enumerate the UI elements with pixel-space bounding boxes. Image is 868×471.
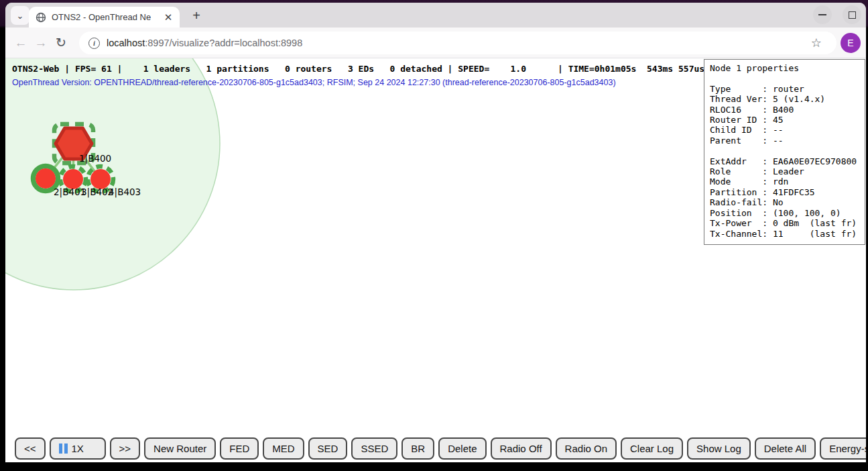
openthread-version-line[interactable]: OpenThread Version: OPENTHREAD/thread-re… [12, 78, 616, 87]
panel-line: Tx-Power : 0 dBm (last fr) [710, 218, 859, 228]
new-router-button-label: New Router [153, 443, 206, 454]
panel-line: Mode : rdn [710, 176, 859, 187]
delete-all-button-label: Delete All [764, 443, 806, 454]
radio-off-button-label: Radio Off [500, 443, 542, 454]
radio-on-button-label: Radio On [565, 443, 607, 454]
clear-log-button[interactable]: Clear Log [621, 437, 683, 460]
reload-icon[interactable]: ↻ [51, 35, 71, 50]
fed-button[interactable]: FED [220, 437, 259, 460]
panel-line: Router ID : 45 [710, 115, 859, 125]
radio-on-button[interactable]: Radio On [556, 437, 617, 460]
maximize-button[interactable] [843, 5, 861, 24]
delete-all-button[interactable]: Delete All [755, 437, 816, 460]
otns-page: 1|B400 2|B401 3|B402 4|B403 OTNS2-Web | … [5, 58, 866, 462]
panel-line: Tx-Channel: 11 (last fr) [710, 229, 859, 239]
forward-icon[interactable]: → [31, 36, 51, 50]
tab-title: OTNS2 - OpenThread Ne [52, 12, 157, 22]
panel-line: Type : router [710, 84, 859, 94]
show-log-button[interactable]: Show Log [687, 437, 751, 460]
panel-line: Position : (100, 100, 0) [710, 208, 859, 218]
speed-button-label: 1X [72, 443, 84, 454]
pause-icon [59, 443, 68, 454]
browser-window: ⌄ OTNS2 - OpenThread Ne ✕ + ← → ↻ i loca… [5, 3, 866, 462]
sed-button-label: SED [318, 443, 338, 454]
clear-log-button-label: Clear Log [630, 443, 674, 454]
speed-down-button[interactable]: << [15, 437, 46, 460]
sed-button[interactable]: SED [308, 437, 348, 460]
br-button-label: BR [411, 443, 425, 454]
energy-stats-button-label: Energy-stats ↗ [829, 443, 866, 455]
url-host: localhost [107, 38, 145, 48]
site-info-icon[interactable]: i [88, 38, 100, 49]
panel-line: Node 1 properties [710, 63, 859, 73]
ssed-button[interactable]: SSED [351, 437, 397, 460]
panel-line [710, 146, 859, 156]
minimize-icon [818, 14, 826, 15]
tab-search-button[interactable]: ⌄ [11, 6, 29, 25]
energy-stats-button[interactable]: Energy-stats ↗ [820, 437, 866, 460]
profile-avatar[interactable]: E [841, 33, 861, 53]
node-1-label: 1|B400 [79, 153, 111, 164]
panel-line: Parent : -- [710, 136, 859, 146]
speed-up-button[interactable]: >> [110, 437, 141, 460]
new-router-button[interactable]: New Router [144, 437, 216, 460]
med-button-label: MED [272, 443, 294, 454]
delete-button-label: Delete [448, 443, 477, 454]
panel-line: Role : Leader [710, 166, 859, 176]
chevron-down-icon: ⌄ [17, 11, 24, 21]
tab-otns2[interactable]: OTNS2 - OpenThread Ne ✕ [29, 7, 180, 28]
globe-icon [36, 12, 46, 23]
navigation-bar: ← → ↻ i localhost:8997/visualize?addr=lo… [5, 28, 866, 58]
speed-button[interactable]: 1X [50, 437, 106, 460]
speed-up-button-label: >> [119, 443, 131, 454]
maximize-icon [849, 11, 856, 19]
tab-strip: ⌄ OTNS2 - OpenThread Ne ✕ + [5, 3, 866, 28]
address-bar[interactable]: i localhost:8997/visualize?addr=localhos… [79, 32, 836, 54]
panel-line: Partition : 41FDFC35 [710, 187, 859, 197]
node-properties-panel: Node 1 properties Type : routerThread Ve… [704, 59, 865, 245]
panel-line: Thread Ver: 5 (v1.4.x) [710, 94, 859, 104]
fed-button-label: FED [229, 443, 249, 454]
radio-off-button[interactable]: Radio Off [491, 437, 552, 460]
med-button[interactable]: MED [263, 437, 304, 460]
panel-line: Radio-fail: No [710, 197, 859, 207]
show-log-button-label: Show Log [696, 443, 741, 454]
bottom-toolbar: <<1X>>New RouterFEDMEDSEDSSEDBRDeleteRad… [15, 437, 866, 460]
panel-line [710, 73, 859, 83]
speed-down-button-label: << [24, 443, 36, 454]
delete-button[interactable]: Delete [438, 437, 486, 460]
status-bar: OTNS2-Web | FPS= 61 | 1 leaders 1 partit… [12, 64, 704, 74]
node-4-label: 4|B403 [109, 187, 141, 198]
br-button[interactable]: BR [401, 437, 434, 460]
panel-line: ExtAddr : EA6A0E07EC970800 [710, 156, 859, 166]
ssed-button-label: SSED [361, 443, 388, 454]
tab-close-icon[interactable]: ✕ [162, 11, 174, 23]
new-tab-button[interactable]: + [188, 7, 205, 25]
panel-line: Child ID : -- [710, 125, 859, 135]
url-text[interactable]: localhost:8997/visualize?addr=localhost:… [107, 38, 811, 48]
back-icon[interactable]: ← [11, 36, 31, 50]
bookmark-star-icon[interactable]: ☆ [811, 36, 822, 50]
panel-line: RLOC16 : B400 [710, 105, 859, 115]
url-path: :8997/visualize?addr=localhost:8998 [145, 38, 302, 48]
minimize-button[interactable] [813, 5, 832, 24]
